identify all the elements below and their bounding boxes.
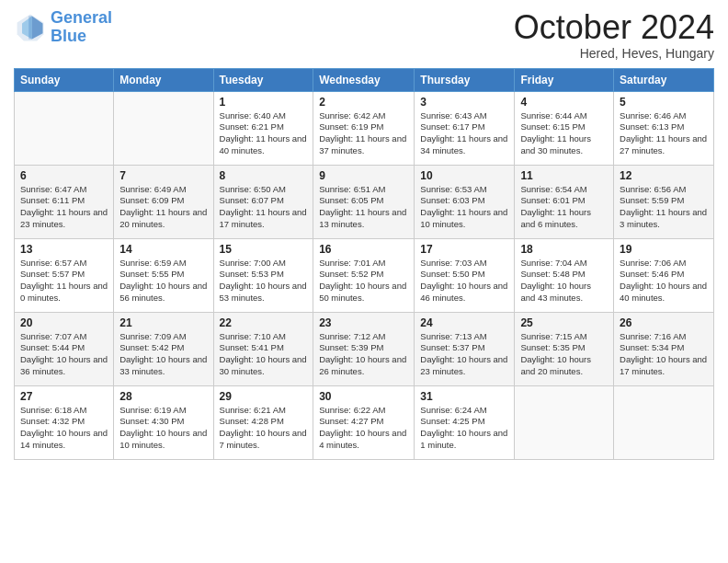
day-info: Sunrise: 6:18 AMSunset: 4:32 PMDaylight:… xyxy=(20,405,108,452)
day-number: 25 xyxy=(520,316,608,329)
day-header-thursday: Thursday xyxy=(415,68,515,91)
day-cell: 31Sunrise: 6:24 AMSunset: 4:25 PMDayligh… xyxy=(415,385,515,459)
day-cell xyxy=(15,91,114,165)
day-cell: 25Sunrise: 7:15 AMSunset: 5:35 PMDayligh… xyxy=(515,312,614,385)
day-cell: 5Sunrise: 6:46 AMSunset: 6:13 PMDaylight… xyxy=(614,91,714,165)
day-number: 14 xyxy=(119,243,207,256)
day-info: Sunrise: 6:44 AMSunset: 6:15 PMDaylight:… xyxy=(520,110,608,157)
day-header-tuesday: Tuesday xyxy=(213,68,313,91)
day-number: 22 xyxy=(220,316,308,329)
logo: General Blue xyxy=(14,9,112,46)
day-info: Sunrise: 6:59 AMSunset: 5:55 PMDaylight:… xyxy=(119,258,207,304)
logo-text: General Blue xyxy=(51,9,112,46)
day-cell: 29Sunrise: 6:21 AMSunset: 4:28 PMDayligh… xyxy=(213,385,313,459)
day-number: 5 xyxy=(620,96,708,109)
day-number: 9 xyxy=(319,169,408,182)
day-number: 29 xyxy=(220,390,308,403)
day-number: 19 xyxy=(620,243,708,256)
day-cell: 26Sunrise: 7:16 AMSunset: 5:34 PMDayligh… xyxy=(614,312,714,385)
day-number: 7 xyxy=(119,169,207,182)
day-number: 13 xyxy=(20,243,108,256)
day-cell: 18Sunrise: 7:04 AMSunset: 5:48 PMDayligh… xyxy=(515,238,614,312)
day-number: 20 xyxy=(20,316,108,329)
logo-icon xyxy=(14,11,47,44)
day-info: Sunrise: 7:01 AMSunset: 5:52 PMDaylight:… xyxy=(319,258,408,304)
day-number: 30 xyxy=(319,390,408,403)
month-title: October 2024 xyxy=(514,9,714,46)
day-cell: 7Sunrise: 6:49 AMSunset: 6:09 PMDaylight… xyxy=(114,165,213,238)
week-row-1: 1Sunrise: 6:40 AMSunset: 6:21 PMDaylight… xyxy=(15,91,714,165)
page-header: General Blue October 2024 Hered, Heves, … xyxy=(14,9,714,61)
day-number: 28 xyxy=(119,390,207,403)
day-cell: 14Sunrise: 6:59 AMSunset: 5:55 PMDayligh… xyxy=(114,238,213,312)
svg-rect-3 xyxy=(28,16,32,39)
day-cell xyxy=(614,385,714,459)
day-info: Sunrise: 6:21 AMSunset: 4:28 PMDaylight:… xyxy=(220,405,308,452)
day-cell: 24Sunrise: 7:13 AMSunset: 5:37 PMDayligh… xyxy=(415,312,515,385)
day-cell: 2Sunrise: 6:42 AMSunset: 6:19 PMDaylight… xyxy=(313,91,415,165)
day-cell: 22Sunrise: 7:10 AMSunset: 5:41 PMDayligh… xyxy=(213,312,313,385)
calendar-page: General Blue October 2024 Hered, Heves, … xyxy=(0,0,728,563)
day-info: Sunrise: 7:06 AMSunset: 5:46 PMDaylight:… xyxy=(620,258,708,304)
day-info: Sunrise: 6:40 AMSunset: 6:21 PMDaylight:… xyxy=(220,110,308,157)
day-info: Sunrise: 6:51 AMSunset: 6:05 PMDaylight:… xyxy=(319,184,408,231)
day-number: 4 xyxy=(520,96,608,109)
day-header-saturday: Saturday xyxy=(614,68,714,91)
week-row-4: 20Sunrise: 7:07 AMSunset: 5:44 PMDayligh… xyxy=(15,312,714,385)
day-cell: 27Sunrise: 6:18 AMSunset: 4:32 PMDayligh… xyxy=(15,385,114,459)
day-info: Sunrise: 7:07 AMSunset: 5:44 PMDaylight:… xyxy=(20,331,108,378)
day-info: Sunrise: 7:09 AMSunset: 5:42 PMDaylight:… xyxy=(119,331,207,378)
week-row-3: 13Sunrise: 6:57 AMSunset: 5:57 PMDayligh… xyxy=(15,238,714,312)
day-cell: 19Sunrise: 7:06 AMSunset: 5:46 PMDayligh… xyxy=(614,238,714,312)
day-cell: 21Sunrise: 7:09 AMSunset: 5:42 PMDayligh… xyxy=(114,312,213,385)
day-number: 2 xyxy=(319,96,408,109)
day-cell: 11Sunrise: 6:54 AMSunset: 6:01 PMDayligh… xyxy=(515,165,614,238)
day-number: 16 xyxy=(319,243,408,256)
day-info: Sunrise: 6:24 AMSunset: 4:25 PMDaylight:… xyxy=(420,405,508,452)
day-info: Sunrise: 6:54 AMSunset: 6:01 PMDaylight:… xyxy=(520,184,608,231)
day-number: 3 xyxy=(420,96,508,109)
day-cell xyxy=(114,91,213,165)
day-number: 21 xyxy=(119,316,207,329)
day-info: Sunrise: 6:56 AMSunset: 5:59 PMDaylight:… xyxy=(620,184,708,231)
day-header-monday: Monday xyxy=(114,68,213,91)
day-cell: 23Sunrise: 7:12 AMSunset: 5:39 PMDayligh… xyxy=(313,312,415,385)
calendar-table: SundayMondayTuesdayWednesdayThursdayFrid… xyxy=(14,68,714,460)
day-cell: 15Sunrise: 7:00 AMSunset: 5:53 PMDayligh… xyxy=(213,238,313,312)
day-cell: 13Sunrise: 6:57 AMSunset: 5:57 PMDayligh… xyxy=(15,238,114,312)
day-cell: 16Sunrise: 7:01 AMSunset: 5:52 PMDayligh… xyxy=(313,238,415,312)
day-cell: 20Sunrise: 7:07 AMSunset: 5:44 PMDayligh… xyxy=(15,312,114,385)
day-header-sunday: Sunday xyxy=(15,68,114,91)
day-number: 17 xyxy=(420,243,508,256)
day-cell: 3Sunrise: 6:43 AMSunset: 6:17 PMDaylight… xyxy=(415,91,515,165)
week-row-5: 27Sunrise: 6:18 AMSunset: 4:32 PMDayligh… xyxy=(15,385,714,459)
day-cell: 30Sunrise: 6:22 AMSunset: 4:27 PMDayligh… xyxy=(313,385,415,459)
day-number: 18 xyxy=(520,243,608,256)
day-cell: 6Sunrise: 6:47 AMSunset: 6:11 PMDaylight… xyxy=(15,165,114,238)
day-info: Sunrise: 6:50 AMSunset: 6:07 PMDaylight:… xyxy=(220,184,308,231)
day-header-friday: Friday xyxy=(515,68,614,91)
day-number: 6 xyxy=(20,169,108,182)
day-info: Sunrise: 7:13 AMSunset: 5:37 PMDaylight:… xyxy=(420,331,508,378)
day-info: Sunrise: 6:22 AMSunset: 4:27 PMDaylight:… xyxy=(319,405,408,452)
day-info: Sunrise: 6:47 AMSunset: 6:11 PMDaylight:… xyxy=(20,184,108,231)
day-info: Sunrise: 7:04 AMSunset: 5:48 PMDaylight:… xyxy=(520,258,608,304)
day-cell: 1Sunrise: 6:40 AMSunset: 6:21 PMDaylight… xyxy=(213,91,313,165)
day-info: Sunrise: 7:10 AMSunset: 5:41 PMDaylight:… xyxy=(220,331,308,378)
day-number: 12 xyxy=(620,169,708,182)
week-row-2: 6Sunrise: 6:47 AMSunset: 6:11 PMDaylight… xyxy=(15,165,714,238)
day-cell: 4Sunrise: 6:44 AMSunset: 6:15 PMDaylight… xyxy=(515,91,614,165)
day-cell: 12Sunrise: 6:56 AMSunset: 5:59 PMDayligh… xyxy=(614,165,714,238)
calendar-header-row: SundayMondayTuesdayWednesdayThursdayFrid… xyxy=(15,68,714,91)
day-number: 8 xyxy=(220,169,308,182)
day-info: Sunrise: 6:53 AMSunset: 6:03 PMDaylight:… xyxy=(420,184,508,231)
title-block: October 2024 Hered, Heves, Hungary xyxy=(514,9,714,61)
day-number: 15 xyxy=(220,243,308,256)
day-cell: 28Sunrise: 6:19 AMSunset: 4:30 PMDayligh… xyxy=(114,385,213,459)
day-info: Sunrise: 6:46 AMSunset: 6:13 PMDaylight:… xyxy=(620,110,708,157)
day-info: Sunrise: 7:16 AMSunset: 5:34 PMDaylight:… xyxy=(620,331,708,378)
day-info: Sunrise: 6:42 AMSunset: 6:19 PMDaylight:… xyxy=(319,110,408,157)
day-info: Sunrise: 6:49 AMSunset: 6:09 PMDaylight:… xyxy=(119,184,207,231)
day-info: Sunrise: 7:03 AMSunset: 5:50 PMDaylight:… xyxy=(420,258,508,304)
day-number: 24 xyxy=(420,316,508,329)
